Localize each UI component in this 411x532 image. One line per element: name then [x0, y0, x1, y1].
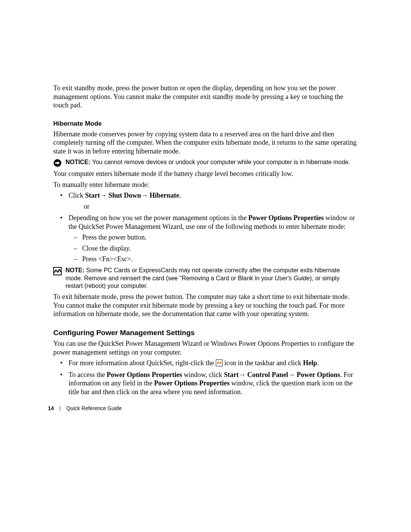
note-callout: NOTE: Some PC Cards or ExpressCards may … [53, 267, 358, 290]
text-click: Click [68, 192, 85, 199]
heading-configuring-power: Configuring Power Management Settings [53, 328, 358, 337]
svg-rect-1 [55, 162, 58, 164]
notice-text: NOTICE: You cannot remove devices or und… [65, 158, 350, 166]
text-period: . [317, 359, 319, 367]
text-start: Start [224, 371, 239, 379]
text-depending-prefix: Depending on how you set the power manag… [68, 214, 248, 222]
note-lead: NOTE: [65, 267, 86, 273]
text-control-panel: Control Panel [245, 371, 288, 379]
list-item: Depending on how you set the power manag… [53, 214, 358, 264]
text-period: . [179, 192, 181, 199]
page-number: 14 [48, 405, 54, 411]
document-page: To exit standby mode, press the power bu… [0, 0, 411, 532]
text-quickset-b: icon in the taskbar and click [223, 359, 303, 367]
text-quickset-a: For more information about QuickSet, rig… [68, 359, 216, 367]
paragraph-exit-hibernate: To exit hibernate mode, press the power … [53, 292, 358, 318]
dash-list: Press the power button. Close the displa… [68, 233, 358, 264]
text-shutdown: Shut Down [107, 192, 141, 199]
arrow-icon: → [141, 192, 148, 199]
text-power-options-properties: Power Options Properties [107, 371, 182, 379]
note-users-guide: User's Guide [275, 275, 310, 281]
list-item: For more information about QuickSet, rig… [53, 359, 358, 367]
paragraph-auto-hibernate: Your computer enters hibernate mode if t… [53, 169, 358, 178]
notice-lead: NOTICE: [65, 159, 92, 165]
arrow-icon: → [100, 192, 107, 199]
bullet-list-hibernate-methods: Click Start→ Shut Down→ Hibernate. or De… [53, 191, 358, 264]
notice-callout: NOTICE: You cannot remove devices or und… [53, 158, 358, 167]
footer-separator [60, 406, 60, 411]
page-content: To exit standby mode, press the power bu… [53, 84, 358, 399]
list-item: Press <Fn><Esc>. [68, 255, 358, 264]
list-item: Close the display. [68, 244, 358, 253]
footer-title: Quick Reference Guide [66, 405, 122, 411]
heading-hibernate-mode: Hibernate Mode [53, 120, 358, 128]
note-icon [53, 267, 62, 275]
list-item: Click Start→ Shut Down→ Hibernate. or [53, 191, 358, 211]
paragraph-config-intro: You can use the QuickSet Power Managemen… [53, 339, 358, 356]
list-item: Press the power button. [68, 233, 358, 242]
list-item: To access the Power Options Properties w… [53, 371, 358, 396]
notice-icon [53, 159, 62, 167]
notice-body: You cannot remove devices or undock your… [92, 159, 350, 165]
arrow-icon: → [288, 371, 295, 379]
text-power-options: Power Options [295, 371, 340, 379]
text-power-options-properties: Power Options Properties [154, 379, 229, 387]
text-hibernate: Hibernate [148, 192, 180, 199]
paragraph-manual-intro: To manually enter hibernate mode: [53, 181, 358, 189]
bullet-list-config: For more information about QuickSet, rig… [53, 359, 358, 396]
text-access-b: window, click [182, 371, 224, 379]
quickset-icon [216, 359, 223, 366]
paragraph-exit-standby: To exit standby mode, press the power bu… [53, 84, 358, 110]
text-start: Start [85, 192, 100, 199]
arrow-icon: → [239, 371, 245, 379]
text-help: Help [303, 359, 317, 367]
note-text: NOTE: Some PC Cards or ExpressCards may … [65, 267, 358, 290]
text-or: or [84, 202, 358, 211]
paragraph-hibernate-desc: Hibernate mode conserves power by copyin… [53, 130, 358, 156]
text-access-a: To access the [68, 371, 107, 379]
page-footer: 14 Quick Reference Guide [48, 405, 122, 411]
text-power-options-properties: Power Options Properties [248, 214, 323, 222]
